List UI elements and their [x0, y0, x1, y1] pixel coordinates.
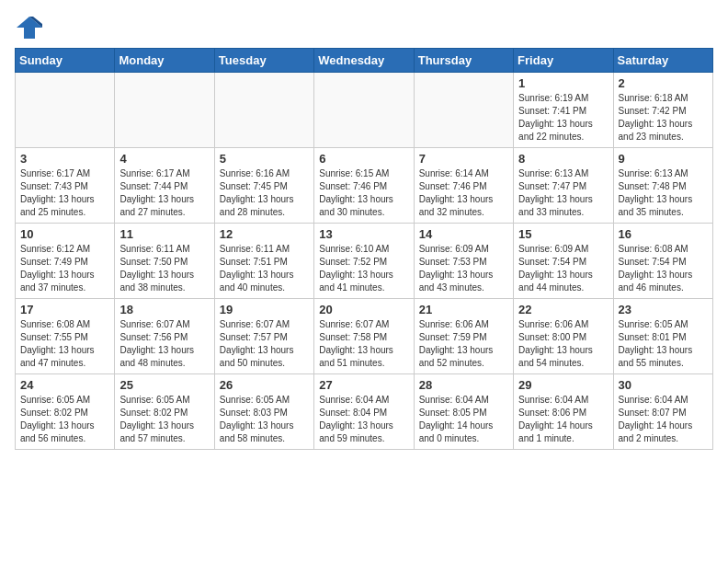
day-info: Sunrise: 6:18 AM Sunset: 7:42 PM Dayligh… [619, 92, 708, 144]
day-info: Sunrise: 6:04 AM Sunset: 8:05 PM Dayligh… [419, 394, 508, 445]
day-number: 28 [419, 378, 508, 392]
day-info: Sunrise: 6:13 AM Sunset: 7:47 PM Dayligh… [518, 167, 608, 219]
day-info: Sunrise: 6:05 AM Sunset: 8:02 PM Dayligh… [20, 394, 109, 445]
day-number: 20 [319, 303, 408, 316]
day-number: 15 [518, 227, 608, 241]
calendar-day-cell: 9Sunrise: 6:13 AM Sunset: 7:48 PM Daylig… [613, 148, 712, 224]
day-number: 23 [619, 303, 708, 316]
day-info: Sunrise: 6:04 AM Sunset: 8:04 PM Dayligh… [319, 394, 408, 445]
day-info: Sunrise: 6:08 AM Sunset: 7:54 PM Dayligh… [619, 243, 708, 294]
calendar-table: SundayMondayTuesdayWednesdayThursdayFrid… [15, 48, 713, 450]
calendar-day-cell [314, 73, 414, 148]
calendar-day-cell [214, 73, 313, 148]
calendar-week-row: 17Sunrise: 6:08 AM Sunset: 7:55 PM Dayli… [16, 299, 713, 374]
day-info: Sunrise: 6:15 AM Sunset: 7:46 PM Dayligh… [319, 167, 408, 219]
calendar-day-cell: 6Sunrise: 6:15 AM Sunset: 7:46 PM Daylig… [314, 148, 414, 224]
weekday-header-saturday: Saturday [613, 49, 712, 73]
weekday-header-sunday: Sunday [16, 49, 115, 73]
day-number: 3 [20, 152, 109, 166]
calendar-day-cell: 29Sunrise: 6:04 AM Sunset: 8:06 PM Dayli… [514, 374, 613, 450]
calendar-day-cell: 1Sunrise: 6:19 AM Sunset: 7:41 PM Daylig… [514, 73, 613, 148]
day-info: Sunrise: 6:08 AM Sunset: 7:55 PM Dayligh… [20, 318, 109, 370]
calendar-day-cell: 15Sunrise: 6:09 AM Sunset: 7:54 PM Dayli… [514, 224, 613, 299]
day-info: Sunrise: 6:07 AM Sunset: 7:57 PM Dayligh… [220, 318, 309, 370]
day-info: Sunrise: 6:11 AM Sunset: 7:50 PM Dayligh… [119, 243, 209, 294]
day-number: 5 [220, 152, 309, 166]
day-number: 16 [619, 227, 708, 241]
calendar-day-cell: 11Sunrise: 6:11 AM Sunset: 7:50 PM Dayli… [115, 224, 214, 299]
day-number: 2 [619, 76, 708, 90]
calendar-day-cell: 23Sunrise: 6:05 AM Sunset: 8:01 PM Dayli… [613, 299, 712, 374]
calendar-day-cell: 27Sunrise: 6:04 AM Sunset: 8:04 PM Dayli… [314, 374, 414, 450]
calendar-day-cell: 26Sunrise: 6:05 AM Sunset: 8:03 PM Dayli… [214, 374, 313, 450]
day-info: Sunrise: 6:19 AM Sunset: 7:41 PM Dayligh… [518, 92, 608, 144]
day-number: 27 [319, 378, 408, 392]
day-info: Sunrise: 6:13 AM Sunset: 7:48 PM Dayligh… [619, 167, 708, 219]
calendar-day-cell [115, 73, 214, 148]
day-info: Sunrise: 6:06 AM Sunset: 7:59 PM Dayligh… [419, 318, 508, 370]
day-number: 12 [220, 227, 309, 241]
calendar-day-cell: 5Sunrise: 6:16 AM Sunset: 7:45 PM Daylig… [214, 148, 313, 224]
calendar-day-cell: 17Sunrise: 6:08 AM Sunset: 7:55 PM Dayli… [16, 299, 115, 374]
day-number: 8 [518, 152, 608, 166]
day-number: 19 [220, 303, 309, 316]
calendar-day-cell: 7Sunrise: 6:14 AM Sunset: 7:46 PM Daylig… [414, 148, 513, 224]
page-header [15, 15, 713, 40]
calendar-day-cell: 16Sunrise: 6:08 AM Sunset: 7:54 PM Dayli… [613, 224, 712, 299]
calendar-week-row: 1Sunrise: 6:19 AM Sunset: 7:41 PM Daylig… [16, 73, 713, 148]
day-info: Sunrise: 6:05 AM Sunset: 8:01 PM Dayligh… [619, 318, 708, 370]
calendar-day-cell: 3Sunrise: 6:17 AM Sunset: 7:43 PM Daylig… [16, 148, 115, 224]
day-number: 24 [20, 378, 109, 392]
calendar-day-cell [16, 73, 115, 148]
day-number: 6 [319, 152, 408, 166]
day-number: 11 [119, 227, 209, 241]
weekday-header-row: SundayMondayTuesdayWednesdayThursdayFrid… [16, 49, 713, 73]
calendar-day-cell: 24Sunrise: 6:05 AM Sunset: 8:02 PM Dayli… [16, 374, 115, 450]
calendar-day-cell: 2Sunrise: 6:18 AM Sunset: 7:42 PM Daylig… [613, 73, 712, 148]
day-number: 9 [619, 152, 708, 166]
day-number: 13 [319, 227, 408, 241]
day-number: 4 [119, 152, 209, 166]
day-number: 18 [119, 303, 209, 316]
svg-marker-0 [17, 17, 42, 39]
calendar-day-cell: 19Sunrise: 6:07 AM Sunset: 7:57 PM Dayli… [214, 299, 313, 374]
day-info: Sunrise: 6:04 AM Sunset: 8:07 PM Dayligh… [619, 394, 708, 445]
weekday-header-friday: Friday [514, 49, 613, 73]
calendar-day-cell: 30Sunrise: 6:04 AM Sunset: 8:07 PM Dayli… [613, 374, 712, 450]
logo [15, 15, 48, 40]
day-number: 29 [518, 378, 608, 392]
day-number: 25 [119, 378, 209, 392]
day-info: Sunrise: 6:04 AM Sunset: 8:06 PM Dayligh… [518, 394, 608, 445]
weekday-header-thursday: Thursday [414, 49, 513, 73]
day-number: 17 [20, 303, 109, 316]
day-info: Sunrise: 6:06 AM Sunset: 8:00 PM Dayligh… [518, 318, 608, 370]
calendar-day-cell: 22Sunrise: 6:06 AM Sunset: 8:00 PM Dayli… [514, 299, 613, 374]
day-info: Sunrise: 6:17 AM Sunset: 7:43 PM Dayligh… [20, 167, 109, 219]
day-number: 21 [419, 303, 508, 316]
day-info: Sunrise: 6:11 AM Sunset: 7:51 PM Dayligh… [220, 243, 309, 294]
day-info: Sunrise: 6:07 AM Sunset: 7:58 PM Dayligh… [319, 318, 408, 370]
calendar-day-cell: 8Sunrise: 6:13 AM Sunset: 7:47 PM Daylig… [514, 148, 613, 224]
weekday-header-tuesday: Tuesday [214, 49, 313, 73]
day-number: 22 [518, 303, 608, 316]
calendar-day-cell [414, 73, 513, 148]
day-number: 30 [619, 378, 708, 392]
calendar-week-row: 10Sunrise: 6:12 AM Sunset: 7:49 PM Dayli… [16, 224, 713, 299]
calendar-week-row: 24Sunrise: 6:05 AM Sunset: 8:02 PM Dayli… [16, 374, 713, 450]
day-number: 26 [220, 378, 309, 392]
calendar-day-cell: 12Sunrise: 6:11 AM Sunset: 7:51 PM Dayli… [214, 224, 313, 299]
day-info: Sunrise: 6:16 AM Sunset: 7:45 PM Dayligh… [220, 167, 309, 219]
calendar-day-cell: 21Sunrise: 6:06 AM Sunset: 7:59 PM Dayli… [414, 299, 513, 374]
calendar-day-cell: 20Sunrise: 6:07 AM Sunset: 7:58 PM Dayli… [314, 299, 414, 374]
day-number: 10 [20, 227, 109, 241]
day-number: 14 [419, 227, 508, 241]
calendar-day-cell: 14Sunrise: 6:09 AM Sunset: 7:53 PM Dayli… [414, 224, 513, 299]
calendar-day-cell: 10Sunrise: 6:12 AM Sunset: 7:49 PM Dayli… [16, 224, 115, 299]
day-info: Sunrise: 6:10 AM Sunset: 7:52 PM Dayligh… [319, 243, 408, 294]
weekday-header-wednesday: Wednesday [314, 49, 414, 73]
day-info: Sunrise: 6:14 AM Sunset: 7:46 PM Dayligh… [419, 167, 508, 219]
day-number: 1 [518, 76, 608, 90]
calendar-day-cell: 28Sunrise: 6:04 AM Sunset: 8:05 PM Dayli… [414, 374, 513, 450]
day-info: Sunrise: 6:05 AM Sunset: 8:02 PM Dayligh… [119, 394, 209, 445]
day-number: 7 [419, 152, 508, 166]
